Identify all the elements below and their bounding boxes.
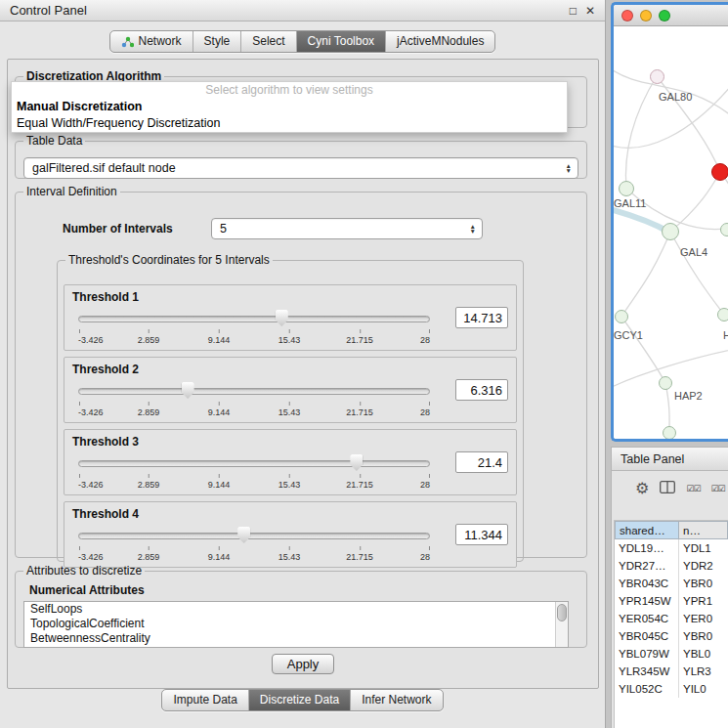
threshold-value-input[interactable]: [455, 379, 508, 401]
attribute-list-item[interactable]: BetweennessCentrality: [24, 631, 568, 646]
table-cell[interactable]: YBR0: [679, 575, 728, 592]
tab-select[interactable]: Select: [241, 31, 296, 52]
select-columns-icon[interactable]: ☑☑: [686, 484, 700, 493]
table-data-combo[interactable]: galFiltered.sif default node ▲▼: [23, 157, 578, 179]
network-node-selected[interactable]: [711, 163, 728, 181]
column-header-shared-name[interactable]: shared…: [615, 521, 679, 539]
attribute-list-item[interactable]: TopologicalCoefficient: [24, 617, 568, 631]
slider-track[interactable]: [78, 460, 430, 467]
table-cell[interactable]: YDR27…: [615, 557, 679, 575]
combo-value: galFiltered.sif default node: [32, 161, 176, 175]
tab-impute-data[interactable]: Impute Data: [162, 690, 248, 710]
table-row[interactable]: YBR043CYBR0: [615, 575, 728, 592]
attribute-list-item[interactable]: SelfLoops: [24, 602, 568, 617]
table-cell[interactable]: YIL0: [679, 680, 728, 698]
table-cell[interactable]: YDL1: [679, 539, 728, 557]
table-cell[interactable]: YLR3: [679, 663, 728, 680]
table-row[interactable]: YBL079WYBL0: [615, 645, 728, 663]
float-window-icon[interactable]: □: [570, 4, 577, 18]
algorithm-option-manual[interactable]: Manual Discretization: [12, 99, 567, 115]
threshold-value-input[interactable]: [455, 524, 508, 545]
slider-track[interactable]: [78, 316, 430, 322]
table-cell[interactable]: YER0: [679, 610, 728, 627]
table-row[interactable]: YPR145WYPR1: [615, 592, 728, 610]
desktop: Control Panel □ ✕: [0, 0, 728, 728]
table-row[interactable]: YIL052CYIL0: [615, 680, 728, 698]
list-scrollbar[interactable]: [555, 602, 568, 647]
tab-network[interactable]: Network: [110, 31, 193, 52]
network-node[interactable]: [615, 310, 628, 323]
threshold-panel: Threshold 3 -3.4262.8599.14415.4321.7152…: [64, 429, 517, 495]
slider-tick-label: 28: [420, 480, 430, 490]
column-layout-icon[interactable]: [660, 480, 675, 497]
table-row[interactable]: YDL19…YDL1: [615, 539, 728, 557]
close-button[interactable]: [621, 10, 633, 21]
group-title: Interval Definition: [23, 185, 120, 198]
network-node[interactable]: [720, 223, 728, 236]
tab-cyni-toolbox[interactable]: Cyni Toolbox: [297, 31, 386, 52]
threshold-value-input[interactable]: [455, 451, 508, 473]
number-of-intervals-combo[interactable]: 5 ▲▼: [211, 218, 483, 239]
settings-gear-icon[interactable]: ⚙: [635, 481, 649, 496]
slider-ticks: -3.4262.8599.14415.4321.71528: [78, 330, 430, 344]
network-node[interactable]: [717, 308, 728, 321]
table-cell[interactable]: YDR2: [679, 557, 728, 575]
table-cell[interactable]: YPR145W: [615, 592, 679, 610]
scrollbar-thumb[interactable]: [557, 604, 567, 621]
column-header-name[interactable]: n…: [679, 521, 728, 539]
slider-thumb[interactable]: [182, 382, 194, 399]
slider-tick-label: 15.43: [278, 480, 301, 490]
node-table: shared… n… YDL19…YDL1YDR27…YDR2YBR043CYB…: [614, 520, 728, 728]
network-canvas[interactable]: GAL80 GAL11 GAL4 GCY1 HAP2 H: [614, 26, 728, 439]
network-node[interactable]: [619, 181, 634, 196]
slider-thumb[interactable]: [237, 527, 250, 543]
close-window-icon[interactable]: ✕: [585, 4, 595, 18]
table-panel-toolbar: ⚙ ☑☑ ☑☑: [612, 471, 728, 506]
table-row[interactable]: YBR045CYBR0: [615, 627, 728, 645]
table-row[interactable]: YLR345WYLR3: [615, 663, 728, 680]
numerical-attributes-label: Numerical Attributes: [29, 583, 145, 597]
minimize-button[interactable]: [640, 10, 652, 21]
tab-label: Infer Network: [362, 693, 431, 707]
numerical-attributes-list[interactable]: SelfLoopsTopologicalCoefficientBetweenne…: [23, 601, 569, 648]
group-title: Threshold's Coordinates for 5 Intervals: [65, 253, 273, 267]
combo-stepper-icon[interactable]: ▲▼: [566, 163, 572, 173]
tab-infer-network[interactable]: Infer Network: [351, 690, 442, 710]
table-row[interactable]: YER054CYER0: [615, 610, 728, 627]
slider-tick-label: 15.43: [278, 335, 301, 345]
table-cell[interactable]: YLR345W: [615, 663, 679, 680]
table-cell[interactable]: YBL0: [679, 645, 728, 663]
table-cell[interactable]: YDL19…: [615, 539, 679, 557]
slider-tick-label: 28: [420, 552, 430, 562]
table-cell[interactable]: YBR043C: [615, 575, 679, 592]
network-node[interactable]: [659, 376, 672, 390]
apply-button[interactable]: Apply: [272, 654, 334, 674]
slider-ticks: -3.4262.8599.14415.4321.71528: [78, 475, 430, 489]
tab-jactivemnodules[interactable]: jActiveMNodules: [386, 31, 494, 52]
table-cell[interactable]: YBR0: [679, 627, 728, 645]
table-cell[interactable]: YIL052C: [615, 680, 679, 698]
table-cell[interactable]: YER054C: [615, 610, 679, 627]
network-node[interactable]: [662, 223, 679, 240]
table-cell[interactable]: YPR1: [679, 592, 728, 610]
tab-style[interactable]: Style: [193, 31, 242, 52]
tab-discretize-data[interactable]: Discretize Data: [249, 690, 351, 710]
window-title: Control Panel: [10, 3, 87, 18]
node-label: GAL4: [680, 246, 707, 258]
slider-tick-label: 15.43: [278, 407, 301, 417]
combo-stepper-icon[interactable]: ▲▼: [470, 224, 476, 234]
algorithm-option-equal-width[interactable]: Equal Width/Frequency Discretization: [12, 115, 567, 132]
network-node[interactable]: [650, 69, 664, 84]
table-cell[interactable]: YBR045C: [615, 627, 679, 645]
zoom-button[interactable]: [659, 10, 670, 21]
network-node[interactable]: [663, 426, 676, 440]
slider-track[interactable]: [78, 533, 430, 539]
table-row[interactable]: YDR27…YDR2: [615, 557, 728, 575]
slider-thumb[interactable]: [276, 310, 288, 326]
slider-track[interactable]: [78, 388, 430, 395]
table-cell[interactable]: YBL079W: [615, 645, 679, 663]
select-rows-icon[interactable]: ☑☑: [710, 484, 724, 493]
slider-tick-label: -3.426: [78, 407, 104, 417]
threshold-value-input[interactable]: [455, 307, 508, 328]
slider-thumb[interactable]: [350, 454, 363, 471]
